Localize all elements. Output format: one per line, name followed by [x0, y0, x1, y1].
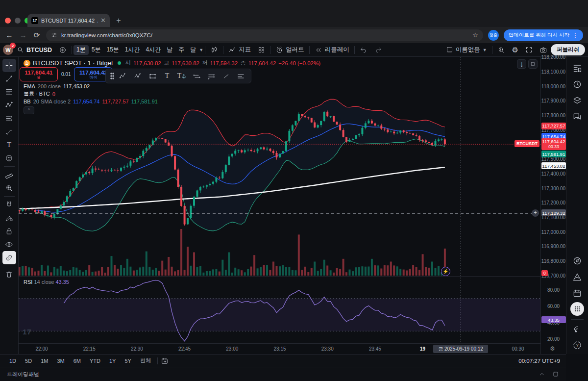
- ideas-button[interactable]: [570, 254, 585, 268]
- snapshot-button[interactable]: [536, 45, 551, 55]
- public-chats-button[interactable]: [570, 270, 585, 284]
- text-tool[interactable]: T: [2, 138, 16, 152]
- alerts-panel-button[interactable]: [570, 77, 585, 92]
- rsi-indicator-row[interactable]: RSI 14 close 43.35: [24, 279, 69, 285]
- interval-button[interactable]: 15분: [103, 45, 122, 55]
- brush-tool[interactable]: [2, 125, 16, 138]
- minimize-window-button[interactable]: [15, 18, 21, 24]
- indicators-button[interactable]: 지표: [225, 45, 254, 55]
- browser-tab[interactable]: 17 BTCUSDT 117,604.42 ▲ +1% ✕: [27, 14, 110, 27]
- chart-pane[interactable]: ₿ BTCUSDT SPOT · 1 · Bitget 시117,630.82 …: [19, 57, 540, 354]
- crosshair-tool[interactable]: [2, 59, 16, 72]
- disjoint-channel-button[interactable]: [205, 70, 218, 82]
- new-tab-button[interactable]: +: [114, 16, 123, 25]
- bookmark-star-icon[interactable]: ☆: [472, 31, 478, 39]
- remove-drawings-tool[interactable]: [2, 268, 16, 281]
- volume-indicator-row[interactable]: 볼륨 · BTC 0: [24, 90, 320, 98]
- range-button[interactable]: 1Y: [106, 357, 119, 365]
- quick-search-button[interactable]: [494, 45, 509, 55]
- range-button[interactable]: 5D: [22, 357, 35, 365]
- maximize-pane-button[interactable]: [528, 59, 538, 69]
- chart-settings-button[interactable]: ⚙: [509, 45, 522, 55]
- interval-button[interactable]: 5분: [89, 45, 104, 55]
- indicator-templates-button[interactable]: [254, 45, 269, 55]
- bb-indicator-row[interactable]: BB 20 SMA close 2 117,654.74 117,727.57 …: [24, 99, 320, 104]
- watchlist-button[interactable]: [570, 61, 585, 76]
- layout-select-button[interactable]: 이름없음 ▼: [442, 45, 490, 55]
- user-avatar[interactable]: W 2: [3, 45, 13, 55]
- compare-add-button[interactable]: [55, 45, 70, 55]
- legend-collapse-button[interactable]: ⌃: [24, 106, 34, 114]
- anchored-text-button[interactable]: T⚓: [175, 70, 188, 82]
- pattern-tool[interactable]: [2, 99, 16, 112]
- interval-button[interactable]: 달: [187, 45, 199, 55]
- drag-handle-icon[interactable]: [110, 72, 115, 80]
- trend-line-button[interactable]: [220, 70, 232, 82]
- restart-to-update-button[interactable]: 업데이트를 위해 다시 시작 ⋮: [504, 29, 583, 41]
- window-controls[interactable]: [5, 18, 30, 24]
- publish-button[interactable]: 퍼블리쉬: [551, 44, 585, 55]
- range-button[interactable]: 1D: [6, 357, 20, 365]
- parallel-channel-button[interactable]: [190, 70, 203, 82]
- price-axis[interactable]: 118,200.00118,100.00118,000.00117,900.00…: [540, 57, 566, 354]
- back-icon[interactable]: ←: [5, 31, 14, 39]
- reload-icon[interactable]: ⟳: [32, 31, 41, 40]
- interval-button[interactable]: 날: [164, 45, 175, 55]
- magnet-tool[interactable]: [2, 198, 16, 211]
- horizontal-lines-button[interactable]: [234, 70, 247, 82]
- rectangle-button[interactable]: [146, 70, 159, 82]
- quick-trade-lightning-icon[interactable]: ⚡: [441, 267, 450, 276]
- undo-button[interactable]: [356, 45, 371, 55]
- range-button[interactable]: YTD: [86, 357, 104, 365]
- elliott-wave-button[interactable]: [117, 70, 129, 82]
- interval-button[interactable]: 4시간: [143, 45, 164, 55]
- sell-button[interactable]: 117,604.41 셀: [20, 67, 58, 81]
- close-window-button[interactable]: [5, 18, 11, 24]
- range-button[interactable]: 전체: [137, 356, 154, 365]
- axis-settings-gear-icon[interactable]: ⚙: [550, 345, 555, 352]
- interval-button[interactable]: 1시간: [122, 45, 143, 55]
- interval-chevron-icon[interactable]: ▼: [199, 48, 203, 52]
- range-button[interactable]: 3M: [53, 357, 68, 365]
- panel-collapse-chevron-icon[interactable]: [539, 371, 545, 378]
- abcd-pattern-button[interactable]: [131, 70, 144, 82]
- zoom-in-tool[interactable]: [2, 181, 16, 195]
- hotlists-button[interactable]: [570, 93, 585, 108]
- measure-tool[interactable]: [2, 168, 16, 181]
- position-tool[interactable]: [2, 112, 16, 125]
- scroll-to-recent-button[interactable]: ↓: [517, 59, 526, 69]
- interval-button[interactable]: 1분: [74, 45, 89, 55]
- fib-retracement-tool[interactable]: [2, 85, 16, 99]
- streams-button[interactable]: [570, 322, 585, 336]
- session-clock[interactable]: 00:07:27 UTC+9: [518, 358, 560, 364]
- drawing-mode-tool[interactable]: [2, 211, 16, 225]
- chart-style-button[interactable]: [207, 45, 221, 55]
- replay-button[interactable]: 리플레이: [311, 45, 353, 55]
- browser-profile-avatar[interactable]: 정훈: [488, 30, 499, 41]
- symbol-row[interactable]: ₿ BTCUSDT SPOT · 1 · Bitget 시117,630.82 …: [24, 59, 320, 67]
- range-button[interactable]: 5Y: [121, 357, 134, 365]
- forward-icon[interactable]: →: [19, 31, 27, 39]
- panel-maximize-icon[interactable]: [552, 371, 559, 378]
- symbol-search[interactable]: BTCUSD: [13, 45, 55, 55]
- emoji-tool[interactable]: [2, 152, 16, 165]
- calendar-button[interactable]: [570, 286, 585, 301]
- site-settings-icon[interactable]: [51, 32, 57, 38]
- hide-drawings-tool[interactable]: [2, 238, 16, 251]
- browser-menu-icon[interactable]: ⋮: [572, 32, 578, 39]
- alert-button[interactable]: 얼러트: [272, 45, 308, 55]
- lock-drawings-tool[interactable]: [2, 225, 16, 238]
- go-to-date-icon[interactable]: [161, 357, 169, 365]
- help-button[interactable]: ?: [570, 338, 585, 353]
- ema-indicator-row[interactable]: EMA 200 close 117,453.02: [24, 83, 320, 89]
- interval-button[interactable]: 주: [175, 45, 187, 55]
- address-bar[interactable]: kr.tradingview.com/chart/c0x0QXZC/ ☆: [46, 29, 483, 41]
- sync-drawings-tool[interactable]: [2, 251, 16, 264]
- trend-line-tool[interactable]: [2, 72, 16, 85]
- trading-panel-tab[interactable]: 트레이딩패널: [7, 371, 39, 378]
- apps-menu-button[interactable]: [570, 302, 584, 316]
- chat-button[interactable]: [570, 109, 585, 124]
- range-button[interactable]: 6M: [70, 357, 84, 365]
- range-button[interactable]: 1M: [37, 357, 51, 365]
- text-button[interactable]: T: [161, 70, 173, 82]
